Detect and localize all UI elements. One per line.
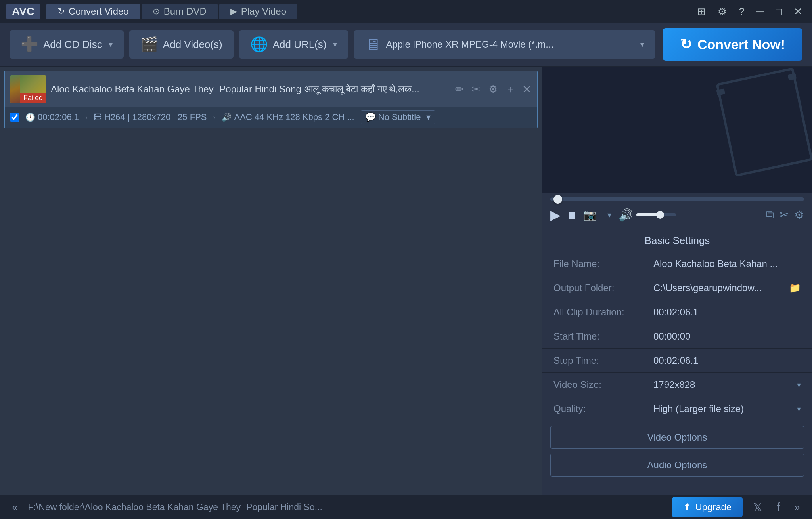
url-icon: 🌐 (250, 36, 268, 53)
tab-burn-dvd[interactable]: ⊙ Burn DVD (142, 4, 218, 19)
file-thumbnail: Failed (10, 75, 46, 103)
trim-button[interactable]: ✂ (779, 208, 789, 221)
video-size-label: Video Size: (553, 379, 649, 390)
progress-thumb[interactable] (553, 195, 562, 204)
video-size-value[interactable]: 1792x828 ▾ (653, 379, 801, 390)
gear-icon[interactable]: ⚙ (714, 4, 730, 19)
maximize-button[interactable]: □ (772, 4, 785, 19)
help-icon[interactable]: ? (735, 4, 747, 19)
format-icon: 🖥 (365, 36, 381, 53)
audio-spec: AAC 44 KHz 128 Kbps 2 CH ... (234, 112, 354, 122)
playback-extras: ⧉ ✂ ⚙ (766, 208, 804, 221)
file-checkbox[interactable] (10, 113, 19, 122)
status-next-button[interactable]: » (791, 500, 804, 515)
quality-arrow: ▾ (797, 404, 801, 414)
thumbnail-image (10, 75, 20, 103)
playback-controls: ▶ ■ 📷 ▾ 🔊 ⧉ ✂ ⚙ (542, 201, 812, 228)
audio-spec-icon: 🔊 (222, 113, 232, 122)
format-label: Apple iPhone XR MPEG-4 Movie (*.m... (386, 39, 554, 50)
all-clip-duration-label: All Clip Duration: (553, 307, 649, 318)
format-select-button[interactable]: 🖥 Apple iPhone XR MPEG-4 Movie (*.m... ▾ (354, 30, 656, 59)
convert-now-button[interactable]: ↻ Convert Now! (663, 28, 802, 61)
volume-slider[interactable] (636, 213, 676, 216)
audio-options-button[interactable]: Audio Options (550, 454, 804, 477)
settings-panel: Basic Settings File Name: Aloo Kachaloo … (542, 228, 812, 495)
failed-badge: Failed (20, 93, 46, 103)
settings-row-video-size: Video Size: 1792x828 ▾ (542, 373, 812, 397)
facebook-icon: f (777, 500, 780, 513)
tab-convert-video[interactable]: ↻ Convert Video (46, 4, 140, 19)
file-item-details: 🕐 00:02:06.1 › 🎞 H264 | 1280x720 | 25 FP… (5, 107, 537, 128)
upgrade-button[interactable]: ⬆ Upgrade (672, 497, 743, 517)
video-options-button[interactable]: Video Options (550, 426, 804, 449)
settings-row-output-folder: Output Folder: C:\Users\gearupwindow... … (542, 276, 812, 300)
upgrade-label: Upgrade (695, 502, 732, 513)
play-button[interactable]: ▶ (550, 207, 561, 223)
all-clip-duration-value: 00:02:06.1 (653, 307, 801, 318)
filename-label: File Name: (553, 258, 649, 269)
start-time-label: Start Time: (553, 331, 649, 342)
volume-area: 🔊 (619, 208, 676, 222)
play-tab-label: Play Video (241, 6, 286, 17)
folder-browse-icon[interactable]: 📁 (789, 282, 801, 294)
settings-row-stop-time: Stop Time: 00:02:06.1 (542, 349, 812, 373)
remove-file-button[interactable]: ✕ (522, 83, 531, 96)
fx-button[interactable]: ⚙ (794, 208, 804, 221)
file-item-actions: ✏ ✂ ⚙ ＋ ✕ (454, 81, 531, 98)
play-tab-icon: ▶ (230, 6, 237, 17)
subtitle-select[interactable]: 💬 No Subtitle ▾ (361, 110, 435, 124)
subtitle-label: No Subtitle (378, 112, 421, 122)
quality-value[interactable]: High (Larger file size) ▾ (653, 403, 801, 414)
grid-icon[interactable]: ⊞ (694, 4, 709, 19)
edit-file-button[interactable]: ✏ (454, 82, 465, 97)
file-list-panel: Failed Aloo Kachaloo Beta Kahan Gaye The… (0, 67, 542, 495)
effect-button[interactable]: ⚙ (487, 82, 499, 97)
preview-area (542, 67, 812, 193)
minimize-button[interactable]: ─ (753, 4, 767, 19)
format-arrow: ▾ (640, 40, 644, 49)
add-cd-disc-button[interactable]: ➕ Add CD Disc ▾ (10, 30, 124, 59)
burn-tab-icon: ⊙ (153, 6, 160, 17)
tab-play-video[interactable]: ▶ Play Video (219, 4, 297, 19)
right-panel: ▶ ■ 📷 ▾ 🔊 ⧉ ✂ ⚙ Basic Settings File Name… (542, 67, 812, 495)
video-size-arrow: ▾ (797, 380, 801, 389)
settings-title: Basic Settings (542, 228, 812, 252)
add-url-button[interactable]: 🌐 Add URL(s) ▾ (239, 30, 348, 59)
clip-button[interactable]: ✂ (470, 82, 482, 97)
status-prev-button[interactable]: « (8, 500, 21, 515)
volume-thumb (656, 211, 664, 219)
add-cd-disc-label: Add CD Disc (43, 38, 102, 51)
stop-time-label: Stop Time: (553, 355, 649, 366)
file-name: Aloo Kachaloo Beta Kahan Gaye They- Popu… (51, 84, 449, 95)
settings-row-quality: Quality: High (Larger file size) ▾ (542, 397, 812, 421)
output-folder-label: Output Folder: (553, 282, 649, 294)
settings-row-filename: File Name: Aloo Kachaloo Beta Kahan ... (542, 252, 812, 276)
upgrade-icon: ⬆ (683, 502, 691, 513)
file-item: Failed Aloo Kachaloo Beta Kahan Gaye The… (4, 71, 538, 128)
burn-tab-label: Burn DVD (164, 6, 207, 17)
stop-button[interactable]: ■ (568, 207, 576, 223)
quality-label: Quality: (553, 403, 649, 414)
add-cd-disc-arrow: ▾ (109, 40, 113, 49)
convert-tab-icon: ↻ (57, 6, 65, 17)
close-button[interactable]: ✕ (791, 4, 806, 19)
status-bar: « F:\New folder\Aloo Kachaloo Beta Kahan… (0, 495, 812, 519)
volume-icon: 🔊 (619, 208, 633, 222)
add-videos-button[interactable]: 🎬 Add Video(s) (129, 30, 234, 59)
snapshot-arrow[interactable]: ▾ (607, 210, 611, 219)
progress-track[interactable] (550, 197, 804, 201)
copy-button[interactable]: ⧉ (766, 208, 774, 221)
add-videos-label: Add Video(s) (163, 38, 222, 51)
add-url-label: Add URL(s) (273, 38, 327, 51)
film-strip-decoration (701, 67, 812, 177)
add-file-button[interactable]: ＋ (504, 81, 517, 98)
facebook-button[interactable]: f (773, 499, 784, 515)
settings-row-all-clip-duration: All Clip Duration: 00:02:06.1 (542, 300, 812, 324)
twitter-button[interactable]: 𝕏 (749, 499, 766, 516)
snapshot-button[interactable]: 📷 (583, 208, 597, 221)
duration-detail: 🕐 00:02:06.1 (25, 112, 79, 122)
app-logo: AVC (6, 4, 40, 19)
output-folder-value: C:\Users\gearupwindow... (653, 282, 784, 294)
video-spec: H264 | 1280x720 | 25 FPS (104, 112, 207, 122)
convert-icon: ↻ (680, 36, 692, 53)
